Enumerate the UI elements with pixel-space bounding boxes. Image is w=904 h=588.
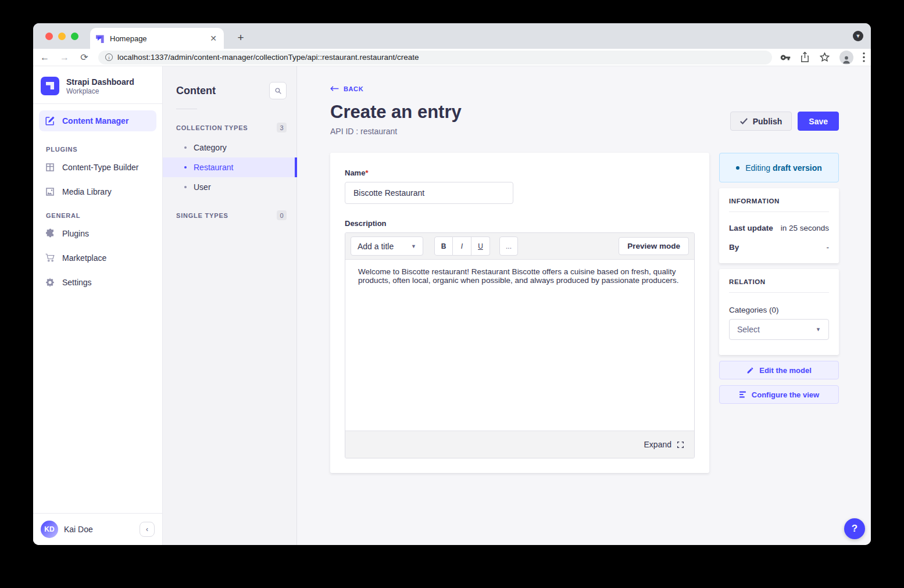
sidebar-item-marketplace[interactable]: Marketplace xyxy=(33,246,162,270)
sidebar-section-plugins: PLUGINS xyxy=(33,138,162,155)
chevron-down-icon: ▼ xyxy=(816,327,821,332)
relation-card: RELATION Categories (0) Select ▼ xyxy=(719,269,839,355)
pencil-icon xyxy=(746,367,754,374)
entry-sidebar: Editing draft version INFORMATION Last u… xyxy=(719,153,839,404)
italic-button[interactable]: I xyxy=(453,236,471,256)
collection-types-label: COLLECTION TYPES xyxy=(176,124,248,131)
save-button[interactable]: Save xyxy=(798,112,839,131)
title-style-select[interactable]: Add a title ▼ xyxy=(351,236,423,256)
check-icon xyxy=(740,118,748,124)
search-icon xyxy=(274,87,282,95)
workspace-subtitle: Workplace xyxy=(66,87,134,95)
tab-strip: Homepage ✕ + ▼ xyxy=(33,23,871,49)
bookmark-star-icon[interactable] xyxy=(819,52,830,63)
information-title: INFORMATION xyxy=(729,198,829,205)
collection-type-restaurant[interactable]: Restaurant xyxy=(163,157,296,177)
description-textarea[interactable]: Welcome to Biscotte restaurant! Restaura… xyxy=(345,260,694,431)
api-id-subtitle: API ID : restaurant xyxy=(330,127,462,136)
search-button[interactable] xyxy=(269,82,287,99)
fullscreen-window-button[interactable] xyxy=(71,33,78,40)
configure-view-button[interactable]: Configure the view xyxy=(719,385,839,404)
gear-icon xyxy=(45,277,55,288)
sidebar-item-plugins[interactable]: Plugins xyxy=(33,221,162,246)
close-tab-icon[interactable]: ✕ xyxy=(209,34,218,43)
last-update-row: Last update in 25 seconds xyxy=(729,224,829,232)
collapse-sidebar-button[interactable]: ‹ xyxy=(140,522,155,537)
expand-icon[interactable] xyxy=(677,441,684,449)
share-icon[interactable] xyxy=(800,52,810,63)
publish-button[interactable]: Publish xyxy=(730,112,792,131)
bullet-icon xyxy=(184,166,187,168)
preview-mode-button[interactable]: Preview mode xyxy=(619,237,689,255)
divider xyxy=(729,292,829,293)
sidebar-item-label: Marketplace xyxy=(62,253,106,263)
help-button[interactable]: ? xyxy=(844,518,865,539)
image-icon xyxy=(45,187,55,197)
sidebar-item-label: Plugins xyxy=(62,229,89,238)
address-bar[interactable]: i localhost:1337/admin/content-manager/c… xyxy=(98,51,772,64)
underline-button[interactable]: U xyxy=(471,236,490,256)
bullet-icon xyxy=(184,146,187,149)
site-info-icon[interactable]: i xyxy=(105,53,113,61)
by-row: By - xyxy=(729,243,829,254)
divider xyxy=(176,109,197,109)
chevron-down-icon: ▼ xyxy=(411,243,416,249)
content-sub-navigation: Content COLLECTION TYPES 3 Category Rest… xyxy=(163,66,297,545)
panel-title: Content xyxy=(176,85,216,97)
bullet-icon xyxy=(184,186,187,188)
name-field-label: Name* xyxy=(345,168,695,177)
more-formatting-button[interactable]: ... xyxy=(499,236,518,256)
reload-icon[interactable]: ⟳ xyxy=(78,52,90,63)
categories-select[interactable]: Select ▼ xyxy=(729,319,829,340)
single-types-label: SINGLE TYPES xyxy=(176,212,228,219)
sidebar-item-media-library[interactable]: Media Library xyxy=(33,180,162,204)
user-profile-row[interactable]: KD Kai Doe ‹ xyxy=(33,513,162,545)
strapi-favicon-icon xyxy=(96,34,105,43)
sidebar-item-label: Settings xyxy=(62,278,92,287)
minimize-window-button[interactable] xyxy=(58,33,66,40)
rich-text-editor: Add a title ▼ B I U ... Preview mode W xyxy=(345,232,695,458)
edit-pencil-square-icon xyxy=(45,116,55,126)
puzzle-icon xyxy=(45,228,55,239)
password-key-icon[interactable] xyxy=(780,52,791,63)
collection-type-category[interactable]: Category xyxy=(163,138,296,157)
browser-profile-avatar[interactable] xyxy=(839,51,853,64)
sidebar-item-content-type-builder[interactable]: Content-Type Builder xyxy=(33,155,162,180)
strapi-admin: Strapi Dashboard Workplace Content Manag… xyxy=(33,66,871,545)
name-input[interactable] xyxy=(345,182,513,204)
close-window-button[interactable] xyxy=(45,33,53,40)
tab-search-button[interactable]: ▼ xyxy=(853,31,863,41)
single-types-count-badge: 0 xyxy=(277,210,287,220)
back-arrow-icon xyxy=(330,85,339,92)
required-asterisk: * xyxy=(365,168,368,177)
filter-lines-icon xyxy=(739,391,746,398)
collection-type-label: Category xyxy=(194,143,227,152)
layout-grid-icon xyxy=(45,162,55,173)
back-nav-icon[interactable]: ← xyxy=(39,52,51,63)
relation-title: RELATION xyxy=(729,278,829,285)
window-controls[interactable] xyxy=(45,33,78,40)
page-title: Create an entry xyxy=(330,102,462,123)
description-field-label: Description xyxy=(345,219,695,228)
browser-tab[interactable]: Homepage ✕ xyxy=(90,28,224,49)
sidebar-item-content-manager[interactable]: Content Manager xyxy=(39,110,156,131)
entry-form-card: Name* Description Add a title ▼ B xyxy=(330,153,709,473)
back-link[interactable]: BACK xyxy=(330,85,363,92)
bold-button[interactable]: B xyxy=(434,236,453,256)
strapi-logo-icon xyxy=(41,77,59,95)
categories-field-label: Categories (0) xyxy=(729,306,829,314)
divider xyxy=(729,211,829,212)
browser-menu-icon[interactable] xyxy=(863,52,865,62)
sidebar-item-label: Media Library xyxy=(62,187,112,196)
collection-type-user[interactable]: User xyxy=(163,177,296,197)
browser-window: Homepage ✕ + ▼ ← → ⟳ i localhost:1337/ad… xyxy=(33,23,871,545)
sidebar-item-settings[interactable]: Settings xyxy=(33,270,162,295)
status-dot-icon xyxy=(736,166,739,170)
forward-nav-icon[interactable]: → xyxy=(59,52,70,63)
browser-toolbar: ← → ⟳ i localhost:1337/admin/content-man… xyxy=(33,49,871,66)
edit-model-button[interactable]: Edit the model xyxy=(719,361,839,379)
new-tab-button[interactable]: + xyxy=(234,31,248,45)
expand-label[interactable]: Expand xyxy=(644,440,671,449)
main-content: BACK Create an entry API ID : restaurant… xyxy=(297,66,871,545)
workspace-brand[interactable]: Strapi Dashboard Workplace xyxy=(33,66,162,103)
